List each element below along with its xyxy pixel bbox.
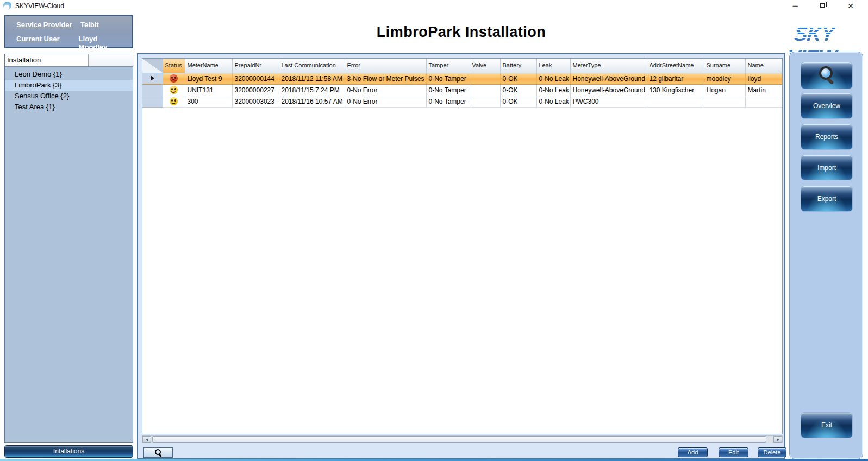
column-header-last-communication[interactable]: Last Communication <box>279 59 345 73</box>
grid-cell[interactable]: 0-No Leak <box>536 73 570 84</box>
column-header-status[interactable]: Status <box>163 59 185 73</box>
intallations-button[interactable]: Intallations <box>4 445 133 458</box>
grid-cell[interactable]: Martin <box>745 84 783 96</box>
bottom-accent-bar <box>0 459 868 461</box>
grid-cell[interactable]: 0-OK <box>500 73 536 84</box>
grid-cell[interactable]: 32000003023 <box>232 96 279 107</box>
grid-cell[interactable]: Lloyd Test 9 <box>185 73 232 84</box>
tree-item-test-area-1[interactable]: Test Area {1} <box>5 102 133 112</box>
current-user-label[interactable]: Current User <box>16 35 79 51</box>
meter-grid-frame: StatusMeterNamePrepaidNrLast Communicati… <box>137 53 785 459</box>
meter-grid-viewport: StatusMeterNamePrepaidNrLast Communicati… <box>142 58 783 434</box>
grid-cell[interactable]: 2018/11/16 10:57 AM <box>279 96 345 107</box>
close-button[interactable]: ✕ <box>841 0 860 12</box>
grid-cell[interactable]: PWC300 <box>570 96 647 107</box>
window-title: SKYVIEW-Cloud <box>15 2 64 10</box>
app-window: SKYVIEW-Cloud ─ ✕ Service Provider Telbi… <box>0 0 868 461</box>
scroll-left-button[interactable] <box>142 436 151 443</box>
grid-cell[interactable]: 0-No Leak <box>536 96 570 107</box>
restore-icon <box>820 3 825 8</box>
scroll-left-icon <box>146 438 148 441</box>
grid-cell[interactable]: 12 gilbarltar <box>647 73 704 84</box>
grid-cell[interactable]: 0-No Leak <box>536 84 570 96</box>
grid-cell[interactable]: 3-No Flow or Meter Pulses <box>345 73 426 84</box>
scrollbar-thumb[interactable] <box>152 436 766 443</box>
grid-cell[interactable] <box>470 84 500 96</box>
exit-button[interactable]: Exit <box>801 412 853 438</box>
grid-row: 300320000030232018/11/16 10:57 AM0-No Er… <box>142 96 783 107</box>
user-info-panel: Service Provider Telbit Current User Llo… <box>4 15 133 48</box>
horizontal-scrollbar[interactable] <box>142 435 783 443</box>
grid-cell[interactable]: 0-OK <box>500 84 536 96</box>
grid-cell[interactable]: 0-OK <box>500 96 536 107</box>
column-header-battery[interactable]: Battery <box>500 59 536 73</box>
grid-cell[interactable]: UNIT131 <box>185 84 232 96</box>
status-cell[interactable] <box>163 96 185 107</box>
scroll-right-button[interactable] <box>773 436 782 443</box>
installation-header-label: Installation <box>7 56 41 64</box>
status-cell[interactable] <box>163 73 185 84</box>
grid-cell[interactable]: 2018/11/15 7:24 PM <box>279 84 345 96</box>
row-selector-cell[interactable] <box>142 96 163 107</box>
grid-cell[interactable] <box>704 96 745 107</box>
tree-item-limbropark-3[interactable]: LimbroPark {3} <box>5 80 133 91</box>
grid-cell[interactable]: 32000000144 <box>232 73 279 84</box>
overview-button[interactable]: Overview <box>801 93 853 119</box>
reports-button[interactable]: Reports <box>801 124 853 150</box>
status-cell[interactable] <box>163 84 185 96</box>
grid-cell[interactable] <box>470 96 500 107</box>
grid-cell[interactable] <box>647 96 704 107</box>
row-selector-cell[interactable] <box>142 73 163 84</box>
sad-face-icon <box>170 74 178 83</box>
service-provider-label[interactable]: Service Provider <box>16 21 80 29</box>
current-user-value: Lloyd Moodley <box>79 35 127 51</box>
column-header-addrstreetname[interactable]: AddrStreetName <box>647 59 704 73</box>
add-button[interactable]: Add <box>678 447 708 457</box>
grid-header-row: StatusMeterNamePrepaidNrLast Communicati… <box>142 59 783 73</box>
column-header-error[interactable]: Error <box>345 59 426 73</box>
minimize-button[interactable]: ─ <box>786 0 804 12</box>
grid-cell[interactable]: 0-No Tamper <box>426 84 470 96</box>
magnifier-icon <box>817 66 836 85</box>
grid-cell[interactable]: Honeywell-AboveGround <box>570 84 647 96</box>
grid-corner-cell[interactable] <box>142 59 163 73</box>
column-header-tamper[interactable]: Tamper <box>426 59 470 73</box>
grid-cell[interactable] <box>745 96 783 107</box>
happy-face-icon <box>170 86 178 94</box>
search-button[interactable] <box>801 62 853 89</box>
column-header-surname[interactable]: Surname <box>704 59 745 73</box>
delete-button[interactable]: Delete <box>758 447 786 457</box>
tree-item-sensus-office-2[interactable]: Sensus Office {2} <box>5 91 133 102</box>
grid-cell[interactable]: 0-No Error <box>345 96 426 107</box>
row-selector-cell[interactable] <box>142 84 163 96</box>
grid-cell[interactable]: moodley <box>704 73 745 84</box>
grid-cell[interactable]: Hogan <box>704 84 745 96</box>
grid-cell[interactable]: Honeywell-AboveGround <box>570 73 647 84</box>
grid-cell[interactable]: 130 Kingfischer <box>647 84 704 96</box>
grid-cell[interactable] <box>470 73 500 84</box>
grid-cell[interactable]: 32000000227 <box>232 84 279 96</box>
import-button[interactable]: Import <box>801 155 853 180</box>
grid-body: Lloyd Test 9320000001442018/11/12 11:58 … <box>142 73 783 107</box>
grid-cell[interactable]: 300 <box>185 96 232 107</box>
grid-cell[interactable]: 0-No Error <box>345 84 426 96</box>
column-header-metertype[interactable]: MeterType <box>570 59 647 73</box>
column-header-prepaidnr[interactable]: PrepaidNr <box>232 59 279 73</box>
column-header-metername[interactable]: MeterName <box>185 59 232 73</box>
column-header-valve[interactable]: Valve <box>470 59 500 73</box>
export-button[interactable]: Export <box>801 186 853 212</box>
grid-search-button[interactable] <box>143 447 173 458</box>
grid-cell[interactable]: lloyd <box>745 73 783 84</box>
tree-item-leon-demo-1[interactable]: Leon Demo {1} <box>5 69 133 80</box>
column-header-leak[interactable]: Leak <box>536 59 570 73</box>
grid-cell[interactable]: 2018/11/12 11:58 AM <box>279 73 345 84</box>
restore-button[interactable] <box>814 0 832 12</box>
scroll-right-icon <box>777 438 779 441</box>
installation-sidebar: Installation Leon Demo {1}LimbroPark {3}… <box>4 54 133 443</box>
edit-button[interactable]: Edit <box>719 447 748 457</box>
column-header-name[interactable]: Name <box>745 59 783 73</box>
grid-row: UNIT131320000002272018/11/15 7:24 PM0-No… <box>142 84 783 96</box>
grid-cell[interactable]: 0-No Tamper <box>426 73 470 84</box>
grid-cell[interactable]: 0-No Tamper <box>426 96 470 107</box>
search-icon <box>155 449 162 456</box>
